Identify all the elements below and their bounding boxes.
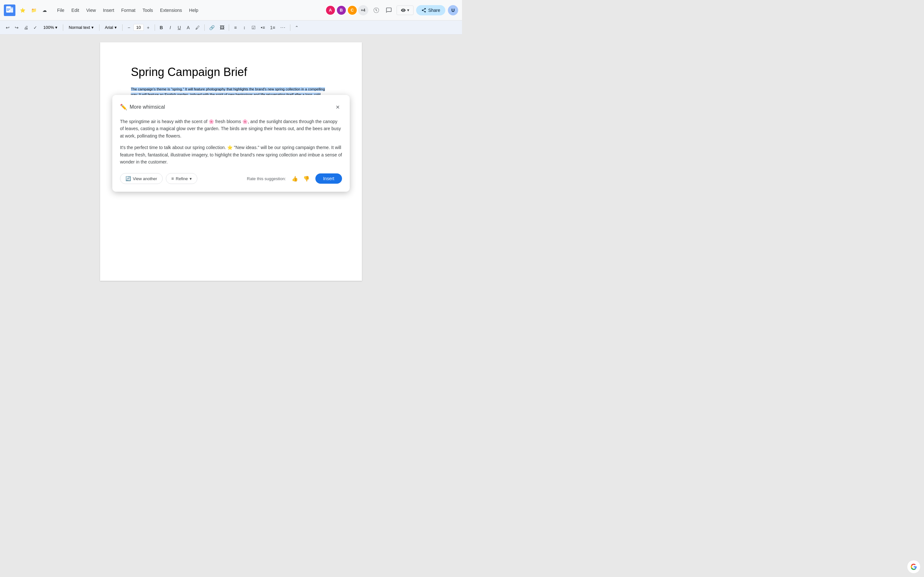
history-icon[interactable]: [371, 5, 381, 15]
avatar-3: C: [347, 5, 357, 15]
separator-5: [204, 24, 205, 31]
menu-insert[interactable]: Insert: [100, 6, 118, 15]
menu-file[interactable]: File: [54, 6, 68, 15]
hide-toolbar-button[interactable]: ⌃: [293, 23, 300, 32]
refine-label: Refine: [176, 176, 188, 181]
checklist-button[interactable]: ☑: [250, 23, 258, 32]
separator-6: [229, 24, 229, 31]
rate-buttons: 👍 👎: [290, 173, 312, 184]
top-right: A B C +4 ▾ Sha: [325, 5, 458, 15]
footer-right-actions: Rate this suggestion: 👍 👎 Insert: [247, 173, 342, 184]
document-title: Spring Campaign Brief: [131, 65, 331, 79]
share-label: Share: [428, 8, 440, 13]
font-size-control: − +: [125, 23, 152, 32]
menu-help[interactable]: Help: [186, 6, 202, 15]
ai-paragraph-2: It's the perfect time to talk about our …: [120, 144, 342, 165]
insert-image-button[interactable]: 🖼: [218, 23, 226, 32]
rate-text: Rate this suggestion:: [247, 176, 286, 181]
thumbs-up-button[interactable]: 👍: [290, 173, 300, 184]
font-size-increase[interactable]: +: [144, 23, 152, 32]
print-button[interactable]: 🖨: [22, 23, 30, 32]
numbered-list-button[interactable]: 1≡: [268, 23, 277, 32]
menu-edit[interactable]: Edit: [68, 6, 82, 15]
cloud-icon[interactable]: ☁: [40, 5, 49, 15]
insert-button[interactable]: Insert: [315, 173, 342, 184]
dialog-footer: 🔄 View another ≡ Refine ▾ Rate this sugg…: [120, 173, 342, 184]
separator-4: [155, 24, 155, 31]
svg-rect-4: [7, 9, 10, 10]
style-dropdown[interactable]: Normal text ▾: [66, 23, 96, 32]
view-another-button[interactable]: 🔄 View another: [120, 173, 163, 184]
text-color-button[interactable]: A: [184, 23, 192, 32]
footer-left-actions: 🔄 View another ≡ Refine ▾: [120, 173, 197, 184]
more-options-button[interactable]: ···: [278, 23, 288, 32]
font-dropdown[interactable]: Arial ▾: [102, 23, 120, 32]
user-avatar[interactable]: U: [448, 5, 458, 15]
dialog-title-text: More whimsical: [129, 104, 165, 110]
underline-button[interactable]: U: [176, 23, 183, 32]
ai-suggestion-dialog: ✏️ More whimsical ✕ The springtime air i…: [112, 95, 350, 192]
avatar-group: A B C +4: [325, 5, 368, 15]
top-bar: ⭐ 📁 ☁ File Edit View Insert Format Tools…: [0, 0, 462, 21]
font-size-decrease[interactable]: −: [125, 23, 133, 32]
align-button[interactable]: ≡: [232, 23, 239, 32]
svg-rect-5: [7, 10, 9, 11]
refine-button[interactable]: ≡ Refine ▾: [166, 173, 198, 184]
thumbs-down-button[interactable]: 👎: [301, 173, 312, 184]
zoom-dropdown[interactable]: 100% ▾: [40, 23, 60, 32]
avatar-1: A: [325, 5, 336, 15]
svg-rect-3: [7, 8, 10, 9]
refresh-icon: 🔄: [126, 176, 131, 181]
dialog-content: The springtime air is heavy with the sce…: [120, 118, 342, 165]
refine-chevron-icon: ▾: [190, 176, 192, 181]
formatting-toolbar: ↩ ↪ 🖨 ✓ 100% ▾ Normal text ▾ Arial ▾ − +…: [0, 21, 462, 35]
italic-button[interactable]: I: [166, 23, 174, 32]
folder-icon[interactable]: 📁: [29, 5, 39, 15]
menu-extensions[interactable]: Extensions: [157, 6, 185, 15]
viewing-mode-dropdown[interactable]: ▾: [397, 5, 414, 15]
pencil-icon: ✏️: [120, 103, 127, 111]
ai-paragraph-1: The springtime air is heavy with the sce…: [120, 118, 342, 139]
undo-button[interactable]: ↩: [4, 23, 11, 32]
avatar-count: +4: [358, 5, 368, 15]
bookmark-icon[interactable]: ⭐: [18, 5, 27, 15]
link-button[interactable]: 🔗: [207, 23, 216, 32]
filter-icon: ≡: [171, 176, 174, 181]
menu-format[interactable]: Format: [118, 6, 139, 15]
document-area: Spring Campaign Brief The campaign's the…: [0, 35, 462, 288]
line-spacing-button[interactable]: ↕: [241, 23, 248, 32]
bold-button[interactable]: B: [158, 23, 165, 32]
menu-bar: File Edit View Insert Format Tools Exten…: [54, 6, 325, 15]
menu-tools[interactable]: Tools: [139, 6, 156, 15]
avatar-2: B: [336, 5, 347, 15]
dialog-title-area: ✏️ More whimsical: [120, 103, 165, 111]
separator-3: [122, 24, 123, 31]
dialog-header: ✏️ More whimsical ✕: [120, 103, 342, 111]
bullet-list-button[interactable]: •≡: [259, 23, 267, 32]
menu-view[interactable]: View: [83, 6, 99, 15]
spell-check-button[interactable]: ✓: [31, 23, 39, 32]
app-logo: [4, 5, 15, 16]
font-size-input[interactable]: [134, 24, 144, 31]
highlight-button[interactable]: 🖊: [194, 23, 202, 32]
dialog-close-button[interactable]: ✕: [333, 103, 342, 111]
separator-1: [63, 24, 63, 31]
comment-icon[interactable]: [384, 5, 394, 15]
doc-action-icons: ⭐ 📁 ☁: [18, 5, 49, 15]
share-button[interactable]: Share: [416, 5, 445, 15]
view-another-label: View another: [133, 176, 157, 181]
redo-button[interactable]: ↪: [13, 23, 21, 32]
